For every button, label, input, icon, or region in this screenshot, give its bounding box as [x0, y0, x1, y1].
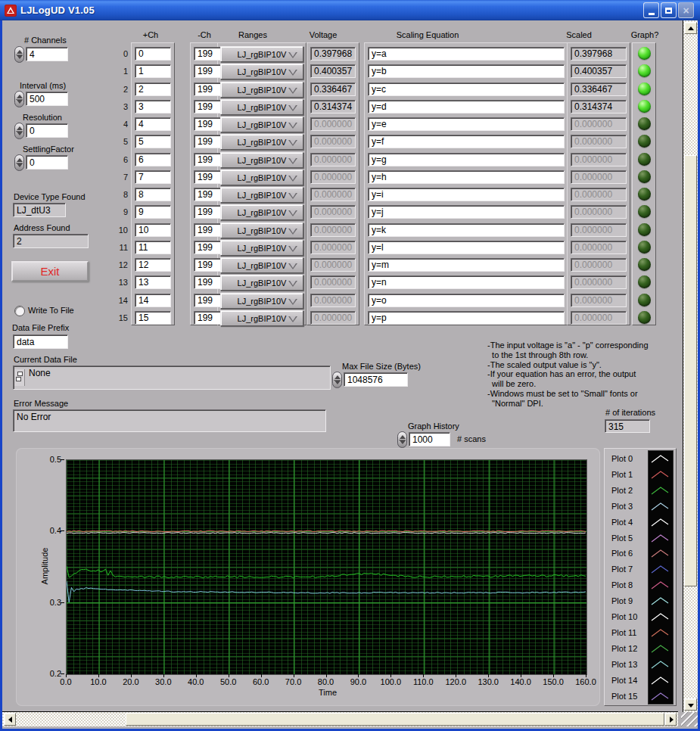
pos-ch-input[interactable]: 8 [135, 188, 171, 201]
legend-item[interactable]: Plot 12 [605, 641, 677, 657]
decrement-icon[interactable] [17, 132, 23, 135]
decrement-icon[interactable] [400, 440, 406, 444]
range-dropdown[interactable]: LJ_rgBIP10V [220, 222, 303, 238]
pos-ch-input[interactable]: 0 [135, 47, 171, 61]
range-dropdown[interactable]: LJ_rgBIP10V [220, 99, 303, 115]
pos-ch-input[interactable]: 4 [135, 117, 171, 131]
scaling-equation-input[interactable]: y=j [368, 205, 565, 219]
decrement-icon[interactable] [17, 100, 23, 104]
interval-spinner[interactable] [14, 91, 24, 107]
range-dropdown[interactable]: LJ_rgBIP10V [220, 46, 303, 62]
graph-led[interactable] [638, 205, 651, 218]
graph-led[interactable] [638, 100, 651, 113]
pos-ch-input[interactable]: 15 [135, 311, 171, 325]
range-dropdown[interactable]: LJ_rgBIP10V [220, 117, 303, 132]
pos-ch-input[interactable]: 2 [135, 82, 171, 96]
scaling-equation-input[interactable]: y=b [368, 64, 565, 78]
legend-item[interactable]: Plot 3 [605, 499, 677, 515]
graph-led[interactable] [638, 117, 651, 130]
maximize-button[interactable] [661, 2, 677, 18]
data-file-prefix-input[interactable]: data [13, 334, 68, 349]
graph-led[interactable] [638, 64, 651, 77]
graph-history-spinner[interactable] [397, 431, 407, 448]
legend-item[interactable]: Plot 7 [605, 561, 677, 577]
graph-led[interactable] [638, 258, 651, 271]
scroll-down-button[interactable] [684, 698, 697, 711]
legend-item[interactable]: Plot 6 [605, 546, 677, 561]
legend-item[interactable]: Plot 8 [605, 577, 677, 593]
graph-history-input[interactable]: 1000 [409, 432, 450, 446]
scaling-equation-input[interactable]: y=k [368, 223, 565, 237]
legend-item[interactable]: Plot 13 [605, 657, 677, 673]
legend-item[interactable]: Plot 11 [605, 625, 677, 641]
decrement-icon[interactable] [334, 381, 341, 384]
pos-ch-input[interactable]: 12 [135, 258, 171, 272]
legend-item[interactable]: Plot 9 [605, 593, 677, 609]
legend-item[interactable]: Plot 2 [605, 483, 677, 499]
vertical-scrollbar-thumb[interactable] [684, 155, 697, 586]
pos-ch-input[interactable]: 10 [135, 223, 171, 237]
write-to-file-radio[interactable] [14, 306, 25, 316]
increment-icon[interactable] [17, 50, 23, 54]
scaling-equation-input[interactable]: y=h [368, 170, 565, 184]
legend-item[interactable]: Plot 14 [605, 673, 677, 689]
graph-led[interactable] [638, 275, 651, 288]
range-dropdown[interactable]: LJ_rgBIP10V [220, 82, 303, 98]
pos-ch-input[interactable]: 3 [135, 100, 171, 114]
decrement-icon[interactable] [17, 163, 23, 167]
horizontal-scrollbar-thumb[interactable] [126, 713, 664, 726]
legend-item[interactable]: Plot 0 [605, 451, 677, 467]
range-dropdown[interactable]: LJ_rgBIP10V [220, 257, 303, 273]
scaling-equation-input[interactable]: y=c [368, 82, 565, 96]
graph-led[interactable] [638, 241, 651, 254]
vertical-scrollbar[interactable] [683, 20, 698, 712]
scroll-left-button[interactable] [4, 713, 16, 726]
plot-area[interactable] [66, 459, 587, 675]
pos-ch-input[interactable]: 14 [135, 294, 171, 307]
range-dropdown[interactable]: LJ_rgBIP10V [220, 170, 303, 185]
legend-item[interactable]: Plot 15 [605, 689, 677, 705]
minimize-button[interactable] [643, 2, 659, 18]
settling-factor-input[interactable]: 0 [26, 155, 68, 170]
pos-ch-input[interactable]: 9 [135, 205, 171, 219]
range-dropdown[interactable]: LJ_rgBIP10V [220, 64, 303, 79]
resolution-input[interactable]: 0 [26, 123, 68, 138]
graph-led[interactable] [638, 188, 651, 201]
pos-ch-input[interactable]: 6 [135, 153, 171, 166]
settling-factor-spinner[interactable] [14, 154, 24, 171]
legend-item[interactable]: Plot 4 [605, 515, 677, 530]
scroll-up-button[interactable] [684, 22, 697, 34]
scroll-right-button[interactable] [664, 713, 677, 726]
scaling-equation-input[interactable]: y=i [368, 188, 565, 201]
interval-input[interactable]: 500 [26, 92, 68, 106]
scaling-equation-input[interactable]: y=l [368, 241, 565, 254]
scaling-equation-input[interactable]: y=a [368, 47, 565, 61]
resolution-spinner[interactable] [14, 123, 24, 139]
range-dropdown[interactable]: LJ_rgBIP10V [220, 310, 303, 326]
graph-led[interactable] [638, 311, 651, 324]
scaling-equation-input[interactable]: y=g [368, 153, 565, 166]
range-dropdown[interactable]: LJ_rgBIP10V [220, 204, 303, 220]
scaling-equation-input[interactable]: y=d [368, 100, 565, 114]
range-dropdown[interactable]: LJ_rgBIP10V [220, 275, 303, 291]
horizontal-scrollbar[interactable] [2, 711, 678, 726]
range-dropdown[interactable]: LJ_rgBIP10V [220, 293, 303, 309]
max-file-size-spinner[interactable] [332, 372, 342, 388]
pos-ch-input[interactable]: 1 [135, 64, 171, 78]
scaling-equation-input[interactable]: y=o [368, 294, 565, 307]
increment-icon[interactable] [17, 126, 23, 130]
increment-icon[interactable] [400, 435, 406, 439]
graph-led[interactable] [638, 135, 651, 148]
pos-ch-input[interactable]: 5 [135, 135, 171, 148]
pos-ch-input[interactable]: 13 [135, 275, 171, 289]
graph-led[interactable] [638, 153, 651, 166]
graph-led[interactable] [638, 294, 651, 306]
legend-item[interactable]: Plot 5 [605, 530, 677, 546]
path-browse-icon[interactable] [14, 369, 25, 386]
increment-icon[interactable] [17, 95, 23, 98]
window-resize-grip[interactable] [681, 712, 698, 726]
pos-ch-input[interactable]: 7 [135, 170, 171, 184]
range-dropdown[interactable]: LJ_rgBIP10V [220, 240, 303, 256]
pos-ch-input[interactable]: 11 [135, 241, 171, 254]
scaling-equation-input[interactable]: y=e [368, 117, 565, 131]
